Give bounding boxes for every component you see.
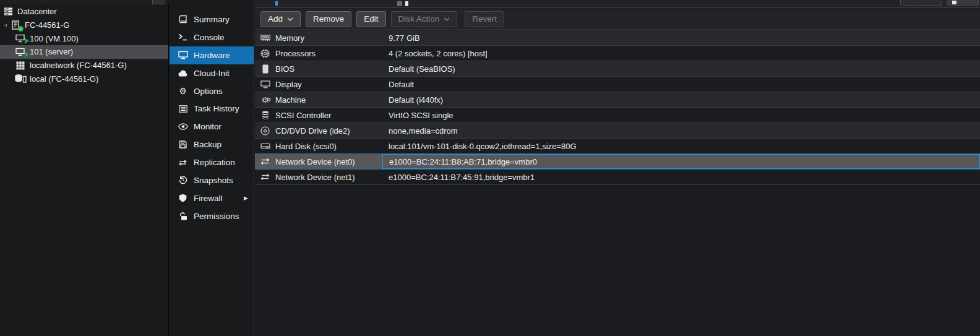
table-row-hard-disk[interactable]: Hard Disk (scsi0) local:101/vm-101-disk-… (255, 139, 980, 154)
eye-icon (178, 123, 188, 130)
vm-running-icon (14, 48, 27, 56)
vm-running-icon (14, 34, 27, 43)
tree-item-label: Datacenter (17, 7, 57, 16)
hw-row-value: local:101/vm-101-disk-0.qcow2,iothread=1… (389, 142, 577, 151)
header-button-cutoff[interactable] (947, 0, 979, 6)
hw-row-name: Hard Disk (scsi0) (275, 142, 337, 151)
menu-item-label: Replication (194, 158, 235, 167)
tree-item-local-storage[interactable]: local (FC-44561-G) (0, 72, 168, 85)
menu-item-label: Permissions (194, 212, 239, 221)
header-title-fragment (275, 1, 278, 6)
menu-item-monitor[interactable]: Monitor (170, 118, 254, 136)
menu-item-backup[interactable]: Backup (170, 136, 254, 153)
menu-item-label: Options (194, 87, 223, 96)
network-arrows-icon (260, 173, 270, 181)
datacenter-icon (2, 7, 14, 16)
tree-item-label: FC-44561-G (25, 20, 69, 30)
hw-row-name: Display (275, 80, 302, 89)
unlock-icon (178, 212, 188, 220)
table-row-cd-dvd-drive[interactable]: CD/DVD Drive (ide2) none,media=cdrom (255, 123, 980, 139)
replication-arrows-icon (178, 159, 188, 166)
menu-item-label: Task History (194, 104, 239, 113)
hw-row-name: BIOS (275, 64, 294, 74)
hw-row-value: 4 (2 sockets, 2 cores) [host] (389, 49, 488, 58)
hardware-table: Memory 9.77 GiB Processors 4 (2 sockets,… (255, 30, 980, 185)
tree-item-label: 101 (server) (30, 47, 73, 56)
menu-item-label: Console (194, 33, 225, 42)
menu-item-firewall[interactable]: Firewall ▶ (170, 189, 254, 207)
menu-item-label: Summary (194, 15, 230, 24)
hw-row-name: Machine (275, 95, 306, 105)
hw-row-value: VirtIO SCSI single (389, 111, 453, 120)
online-status-badge: ✓ (18, 26, 24, 32)
revert-button[interactable]: Revert (465, 11, 504, 27)
menu-item-replication[interactable]: Replication (170, 153, 254, 171)
resource-tree-panel: Datacenter > ✓ FC-44561-G 100 (VM 100) (0, 0, 169, 336)
network-arrows-icon (260, 158, 270, 165)
menu-item-hardware[interactable]: Hardware (170, 46, 254, 64)
menu-item-label: Hardware (194, 51, 230, 60)
history-icon (178, 176, 188, 184)
header-disabled-button-cutoff (900, 0, 942, 6)
hw-row-value: Default (i440fx) (389, 95, 443, 105)
submenu-arrow-icon: ▶ (244, 195, 248, 201)
list-icon (178, 105, 188, 113)
tree-item-node-fc-44561-g[interactable]: > ✓ FC-44561-G (0, 19, 168, 32)
hw-row-name: Memory (275, 33, 304, 43)
hw-row-value: e1000=BC:24:11:B7:45:91,bridge=vmbr1 (389, 173, 535, 182)
table-row-bios[interactable]: BIOS Default (SeaBIOS) (255, 61, 980, 77)
table-empty-area (255, 185, 980, 336)
shield-icon (178, 194, 188, 202)
table-row-scsi-controller[interactable]: SCSI Controller VirtIO SCSI single (255, 108, 980, 123)
menu-item-label: Monitor (194, 122, 221, 131)
storage-icon (14, 74, 27, 84)
menu-item-options[interactable]: ⚙ Options (170, 82, 254, 100)
tree-item-vm-100[interactable]: 100 (VM 100) (0, 32, 168, 45)
tree-item-vm-101[interactable]: 101 (server) (0, 45, 168, 59)
menu-item-label: Cloud-Init (194, 69, 230, 78)
network-grid-icon (14, 61, 27, 70)
book-icon (178, 15, 188, 24)
hw-row-value: Default (389, 80, 414, 89)
menu-item-label: Backup (194, 140, 221, 149)
menu-item-permissions[interactable]: Permissions (170, 207, 254, 225)
tree-item-label: 100 (VM 100) (30, 34, 79, 43)
table-row-display[interactable]: Display Default (255, 77, 980, 92)
hw-row-value: none,media=cdrom (389, 126, 458, 136)
floppy-icon (178, 140, 188, 149)
edit-button[interactable]: Edit (356, 11, 385, 27)
table-row-memory[interactable]: Memory 9.77 GiB (255, 30, 980, 46)
table-row-processors[interactable]: Processors 4 (2 sockets, 2 cores) [host] (255, 46, 980, 61)
tree-item-label: local (FC-44561-G) (30, 74, 98, 84)
tree-top-strip (0, 0, 169, 4)
tree-item-label: localnetwork (FC-44561-G) (30, 61, 127, 70)
menu-item-label: Firewall (194, 194, 223, 203)
table-row-machine[interactable]: ⚙⚙ Machine Default (i440fx) (255, 92, 980, 108)
gears-icon: ⚙⚙ (260, 95, 270, 105)
hw-row-name: SCSI Controller (275, 111, 331, 120)
display-icon (260, 80, 270, 88)
menu-item-console[interactable]: Console (170, 28, 254, 46)
tree-item-datacenter[interactable]: Datacenter (0, 5, 168, 19)
menu-item-cloud-init[interactable]: Cloud-Init (170, 64, 254, 82)
disc-icon (260, 126, 270, 136)
menu-item-snapshots[interactable]: Snapshots (170, 171, 254, 189)
hw-row-value: Default (SeaBIOS) (389, 64, 455, 74)
disk-action-button[interactable]: Disk Action (391, 11, 458, 27)
hw-row-name: Processors (275, 49, 316, 58)
database-icon (260, 111, 270, 119)
memory-icon (260, 35, 270, 41)
hardware-toolbar: Add Remove Edit Disk Action Revert (255, 9, 980, 30)
remove-button[interactable]: Remove (306, 11, 351, 27)
hw-row-name: Network Device (net0) (275, 157, 355, 166)
gear-icon: ⚙ (178, 86, 188, 96)
hw-row-value: e1000=BC:24:11:B8:AB:71,bridge=vmbr0 (389, 157, 537, 166)
table-row-network-device-net0[interactable]: Network Device (net0) e1000=BC:24:11:B8:… (255, 153, 980, 170)
tree-item-localnetwork[interactable]: localnetwork (FC-44561-G) (0, 59, 168, 72)
menu-item-label: Snapshots (194, 176, 233, 185)
menu-item-task-history[interactable]: Task History (170, 100, 254, 118)
table-row-network-device-net1[interactable]: Network Device (net1) e1000=BC:24:11:B7:… (255, 170, 980, 185)
hw-row-name: Network Device (net1) (275, 173, 355, 182)
add-button[interactable]: Add (260, 11, 301, 27)
menu-item-summary[interactable]: Summary (170, 11, 254, 28)
